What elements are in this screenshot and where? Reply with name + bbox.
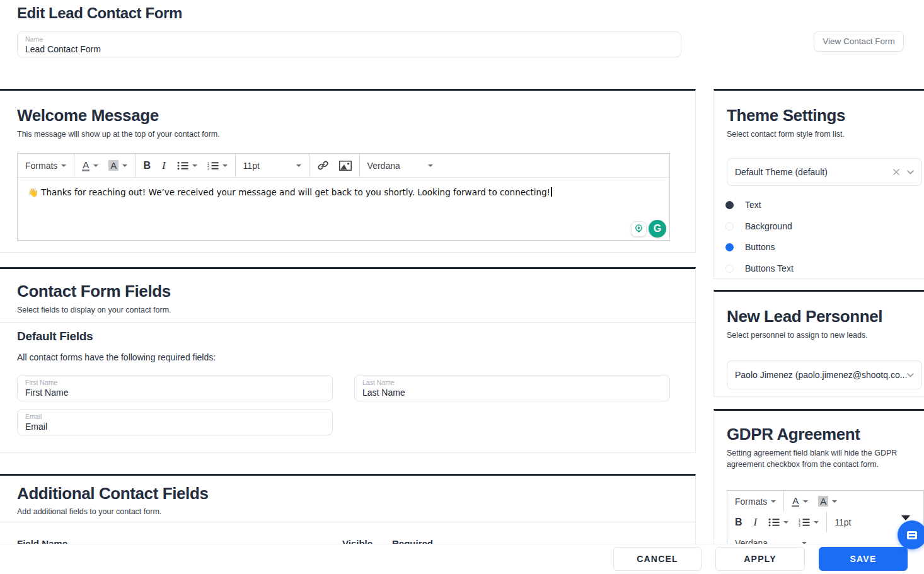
chevron-down-icon	[222, 164, 228, 167]
formats-dropdown[interactable]: Formats	[20, 156, 71, 175]
bullet-list-button[interactable]	[763, 513, 794, 532]
gdpr-title: GDPR Agreement	[727, 425, 860, 444]
chevron-down-icon	[296, 164, 301, 167]
welcome-editor: Formats A A B I 123	[17, 153, 670, 241]
numbered-list-button[interactable]: 123	[794, 513, 824, 532]
view-contact-form-button[interactable]: View Contact Form	[814, 31, 904, 52]
form-name-value: Lead Contact Form	[25, 44, 673, 54]
svg-text:3: 3	[207, 166, 209, 169]
toolbar-divider	[359, 154, 360, 177]
text-color-button[interactable]: A	[787, 492, 813, 511]
assistant-doc-icon	[907, 531, 917, 539]
divider	[0, 522, 695, 522]
chevron-down-icon	[803, 500, 808, 503]
formats-dropdown[interactable]: Formats	[730, 492, 781, 511]
theme-settings-subtitle: Select contact form style from list.	[727, 130, 845, 139]
chevron-down-icon	[832, 500, 837, 503]
text-cursor	[551, 187, 552, 197]
link-icon	[317, 159, 329, 171]
italic-button[interactable]: I	[748, 513, 764, 532]
chevron-down-icon	[428, 164, 433, 167]
grammarly-logo-button[interactable]: G	[649, 220, 666, 238]
gdpr-toolbar-row2: B I 123 11pt	[727, 512, 923, 532]
default-fields-title: Default Fields	[17, 330, 93, 343]
cancel-button[interactable]: CANCEL	[613, 547, 702, 571]
font-family-dropdown[interactable]: Verdana	[362, 156, 438, 175]
wave-emoji: 👋	[28, 187, 38, 197]
bold-button[interactable]: B	[730, 513, 748, 532]
theme-color-text[interactable]: Text	[725, 198, 761, 211]
apply-button[interactable]: APPLY	[715, 547, 805, 571]
theme-settings-section: Theme Settings Select contact form style…	[713, 89, 924, 279]
grammarly-g-icon: G	[654, 223, 661, 234]
background-color-button[interactable]: A	[103, 156, 132, 175]
chevron-down-icon	[192, 164, 197, 167]
bullet-list-button[interactable]	[172, 156, 202, 175]
insert-image-button[interactable]	[334, 156, 357, 175]
numbered-list-icon: 123	[207, 161, 219, 170]
chevron-down-icon[interactable]	[907, 373, 914, 377]
welcome-title: Welcome Message	[17, 106, 159, 125]
welcome-message-section: Welcome Message This message will show u…	[0, 89, 696, 253]
chevron-down-icon	[783, 521, 788, 524]
personnel-select[interactable]: Paolo Jimenez (paolo.jimenez@shootq.co..…	[727, 360, 922, 389]
welcome-message-text: Thanks for reaching out! We’ve received …	[38, 187, 550, 197]
insert-link-button[interactable]	[312, 156, 334, 175]
contact-fields-subtitle: Select fields to display on your contact…	[17, 306, 171, 314]
floating-assistant-button[interactable]	[898, 520, 924, 549]
grammarly-suggestion-button[interactable]	[631, 221, 647, 237]
font-size-dropdown[interactable]: 11pt	[238, 156, 306, 175]
theme-color-buttons[interactable]: Buttons	[725, 241, 775, 253]
clear-icon[interactable]	[892, 168, 901, 176]
theme-color-background[interactable]: Background	[725, 220, 792, 232]
numbered-list-icon: 123	[799, 518, 810, 527]
toolbar-divider	[783, 491, 784, 512]
welcome-subtitle: This message will show up at the top of …	[17, 130, 220, 139]
new-lead-personnel-section: New Lead Personnel Select personnel to a…	[713, 290, 924, 397]
background-color-swatch	[725, 222, 734, 231]
toolbar-divider	[235, 154, 236, 177]
bold-icon: B	[735, 517, 742, 528]
toolbar-divider	[74, 154, 74, 177]
gdpr-toolbar-row1: Formats A A	[727, 491, 923, 512]
form-name-input[interactable]: Name Lead Contact Form	[17, 32, 681, 57]
theme-settings-title: Theme Settings	[727, 106, 845, 125]
chevron-down-icon	[122, 164, 127, 167]
svg-text:3: 3	[799, 523, 800, 526]
theme-color-buttons-text[interactable]: Buttons Text	[725, 262, 794, 275]
page-title: Edit Lead Contact Form	[17, 4, 182, 22]
text-color-button[interactable]: A	[77, 156, 103, 175]
text-color-icon: A	[792, 496, 799, 507]
text-color-icon: A	[82, 160, 90, 171]
italic-icon: I	[161, 159, 167, 172]
last-name-field[interactable]: Last Name Last Name	[354, 375, 670, 401]
bullet-list-icon	[768, 518, 780, 527]
assistant-tooltip-caret	[901, 515, 910, 520]
chevron-down-icon[interactable]	[907, 170, 914, 175]
footer-bar: CANCEL APPLY SAVE	[0, 544, 924, 574]
numbered-list-button[interactable]: 123	[202, 156, 233, 175]
save-button[interactable]: SAVE	[819, 547, 908, 571]
background-color-icon: A	[818, 496, 828, 507]
email-field[interactable]: Email Email	[17, 409, 333, 435]
first-name-field[interactable]: First Name First Name	[17, 375, 333, 401]
italic-button[interactable]: I	[156, 156, 172, 175]
welcome-editor-toolbar: Formats A A B I 123	[18, 154, 669, 178]
welcome-message-textarea[interactable]: 👋 Thanks for reaching out! We’ve receive…	[18, 178, 669, 207]
additional-fields-title: Additional Contact Fields	[17, 484, 208, 503]
chevron-down-icon	[93, 164, 98, 167]
toolbar-divider	[135, 154, 136, 177]
image-icon	[339, 161, 352, 171]
contact-fields-title: Contact Form Fields	[17, 282, 171, 301]
buttons-text-color-swatch	[725, 265, 734, 273]
chevron-down-icon	[814, 521, 819, 524]
theme-select[interactable]: Default Theme (default)	[727, 158, 922, 186]
buttons-color-swatch	[725, 243, 734, 251]
gdpr-subtitle: Setting agreement field blank will hide …	[727, 447, 923, 470]
chevron-down-icon	[771, 500, 776, 503]
bold-button[interactable]: B	[138, 156, 156, 175]
divider	[0, 322, 695, 323]
default-fields-note: All contact forms have the following req…	[17, 352, 216, 362]
background-color-button[interactable]: A	[813, 492, 842, 511]
form-name-label: Name	[25, 35, 673, 43]
